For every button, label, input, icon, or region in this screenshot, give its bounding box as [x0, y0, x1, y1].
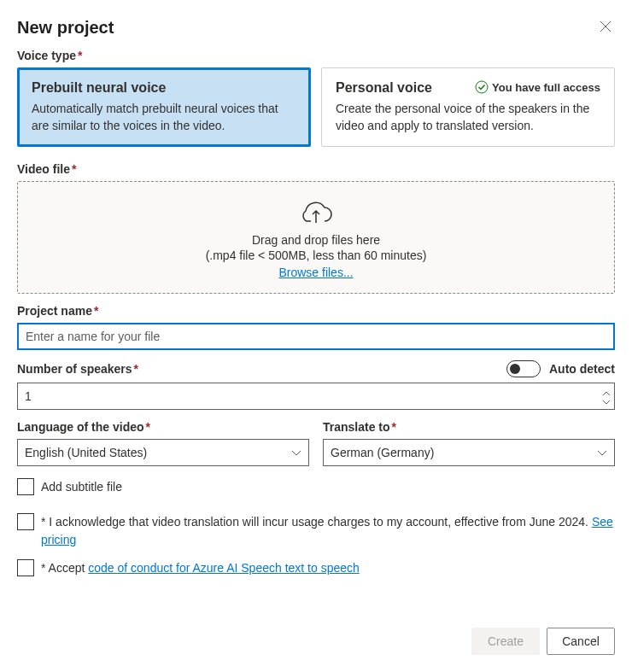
dropzone-subtext: (.mp4 file < 500MB, less than 60 minutes…: [26, 248, 606, 262]
speakers-stepper[interactable]: 1: [17, 383, 615, 410]
acknowledge-checkbox-label: * I acknowledge that video translation w…: [41, 513, 615, 549]
close-icon: [600, 20, 612, 35]
cloud-upload-icon: [26, 199, 606, 226]
new-project-dialog: New project Voice type* Prebuilt neural …: [0, 0, 632, 672]
dropzone-text: Drag and drop files here: [26, 233, 606, 247]
dialog-header: New project: [17, 17, 615, 38]
voice-card-prebuilt-title: Prebuilt neural voice: [32, 80, 296, 96]
accept-checkbox-row: * Accept code of conduct for Azure AI Sp…: [17, 559, 615, 577]
file-dropzone[interactable]: Drag and drop files here (.mp4 file < 50…: [17, 181, 615, 294]
access-badge: You have full access: [475, 80, 600, 94]
subtitle-checkbox-label: Add subtitle file: [41, 478, 122, 496]
language-row: Language of the video* English (United S…: [17, 420, 615, 466]
voice-card-personal-desc: Create the personal voice of the speaker…: [336, 101, 600, 134]
translate-to-select[interactable]: German (Germany): [323, 439, 615, 466]
translate-to-label: Translate to*: [323, 420, 615, 434]
voice-type-options: Prebuilt neural voice Automatically matc…: [17, 67, 615, 147]
voice-type-section: Voice type* Prebuilt neural voice Automa…: [17, 49, 615, 147]
create-button[interactable]: Create: [471, 628, 540, 655]
accept-checkbox-label: * Accept code of conduct for Azure AI Sp…: [41, 559, 360, 577]
acknowledge-checkbox[interactable]: [17, 513, 34, 530]
voice-card-personal[interactable]: Personal voice You have full access Crea…: [321, 67, 615, 147]
language-of-video-section: Language of the video* English (United S…: [17, 420, 309, 466]
language-of-video-value: English (United States): [25, 446, 147, 459]
video-file-section: Video file* Drag and drop files here (.m…: [17, 162, 615, 294]
accept-checkbox[interactable]: [17, 559, 34, 576]
voice-card-prebuilt-desc: Automatically match prebuilt neural voic…: [32, 101, 296, 134]
chevron-down-icon: [602, 394, 611, 407]
checkmark-circle-icon: [475, 80, 489, 94]
close-button[interactable]: [596, 17, 615, 38]
language-of-video-label: Language of the video*: [17, 420, 309, 434]
cancel-button[interactable]: Cancel: [547, 628, 615, 655]
subtitle-checkbox-row: Add subtitle file: [17, 478, 615, 496]
auto-detect-toggle[interactable]: [506, 360, 541, 377]
required-marker: *: [392, 420, 396, 434]
voice-card-prebuilt[interactable]: Prebuilt neural voice Automatically matc…: [17, 67, 311, 147]
language-of-video-select[interactable]: English (United States): [17, 439, 309, 466]
dialog-footer: Create Cancel: [471, 628, 615, 655]
chevron-down-icon: [291, 446, 301, 459]
chevron-down-icon: [597, 446, 607, 459]
svg-point-0: [476, 81, 488, 93]
speakers-value: 1: [25, 389, 32, 403]
project-name-input[interactable]: [17, 323, 615, 350]
voice-type-label: Voice type*: [17, 49, 615, 62]
required-marker: *: [94, 304, 98, 318]
toggle-knob: [510, 364, 520, 374]
voice-card-personal-title: Personal voice: [336, 80, 432, 96]
dialog-title: New project: [17, 18, 114, 38]
browse-files-link[interactable]: Browse files...: [278, 266, 353, 279]
speakers-label: Number of speakers*: [17, 362, 138, 376]
required-marker: *: [146, 420, 150, 434]
speakers-section: Number of speakers* Auto detect 1: [17, 360, 615, 410]
subtitle-checkbox[interactable]: [17, 478, 34, 495]
required-marker: *: [78, 49, 82, 62]
required-marker: *: [72, 162, 76, 176]
spinner-buttons: [602, 388, 611, 405]
acknowledge-checkbox-row: * I acknowledge that video translation w…: [17, 513, 615, 549]
video-file-label: Video file*: [17, 162, 615, 176]
translate-to-section: Translate to* German (Germany): [323, 420, 615, 466]
stepper-down-button[interactable]: [602, 396, 611, 405]
project-name-label: Project name*: [17, 304, 615, 318]
translate-to-value: German (Germany): [331, 446, 434, 459]
project-name-section: Project name*: [17, 304, 615, 350]
required-marker: *: [134, 362, 138, 376]
auto-detect-group: Auto detect: [506, 360, 615, 377]
code-of-conduct-link[interactable]: code of conduct for Azure AI Speech text…: [88, 561, 360, 575]
auto-detect-label: Auto detect: [549, 362, 615, 376]
